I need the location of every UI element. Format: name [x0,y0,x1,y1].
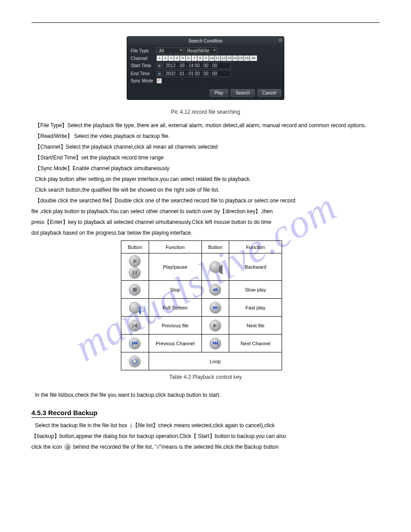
play-button[interactable]: Play [210,89,228,97]
file-type-label: File Type [131,48,157,53]
channel-box[interactable]: 10 [209,56,214,61]
play-icon[interactable] [129,255,141,267]
para-dbl4: dot playback based on the progress bar b… [31,229,380,237]
readwrite-select[interactable]: Read/Write [185,47,217,54]
channel-box[interactable]: 13 [227,56,232,61]
table-row: Previous Channel Next Channel [121,335,282,352]
cell-nextch: Next Channel [229,335,282,352]
sync-mode-checkbox[interactable] [157,78,162,83]
channel-box[interactable]: 12 [221,56,226,61]
calendar-icon[interactable] [157,71,162,77]
fullscreen-icon[interactable] [129,302,141,313]
cell-nextfile: Next file [229,317,282,335]
close-icon[interactable]: ⊠ [278,38,282,43]
cell-slow: Slow play [229,281,282,299]
para-backup3-a: click the icon [31,444,62,450]
prev-file-icon[interactable] [129,320,141,331]
next-file-icon[interactable] [210,320,221,331]
stop-icon[interactable] [129,284,141,296]
channel-box[interactable]: 15 [238,56,244,61]
calendar-icon[interactable] [157,63,162,69]
para-backup3-b: behind the recorded file of file list, "… [73,444,278,450]
top-rule [31,22,380,23]
cell-play-pause: Play/pause [149,253,201,281]
channel-box[interactable]: 2 [163,56,168,61]
channel-box[interactable]: 9 [203,56,209,61]
table-row: Previous file Next file [121,317,282,335]
start-time-label: Start Time [131,63,157,68]
playback-control-table: Button Function Button Function Play/pau… [121,240,282,370]
para-dbl1: 【double click the searched file】Double c… [35,197,380,205]
channel-box[interactable]: 16 [244,56,249,61]
channel-box[interactable]: 1 [157,56,162,61]
figure-caption: Pic 4.12 record file searching [31,109,380,115]
slow-play-icon[interactable] [210,284,221,296]
channel-label: Channel [131,56,157,61]
channel-box[interactable]: 4 [174,56,180,61]
page-content: Search Condition ⊠ File Type All Read/Wr… [0,0,411,476]
heading-underline [31,417,94,418]
channel-box[interactable]: 7 [192,56,197,61]
table-row: Stop Slow play [121,281,282,299]
play-icon[interactable] [64,444,71,450]
end-time-input[interactable]: 2032 - 01 - 01 00 : 00 : 00 [163,70,231,77]
para-play: Click play button after setting,on the p… [35,175,380,183]
table-caption: Table 4.2 Playback control key [31,374,380,380]
channel-box[interactable]: 14 [232,56,238,61]
dialog-buttons: Play Search Cancel [127,87,284,99]
search-button[interactable]: Search [231,89,255,97]
loop-icon[interactable] [129,356,141,367]
table-row: Loop [121,352,282,370]
table-row: Full Screen Fast play [121,299,282,317]
section-heading: 4.5.3 Record Backup [31,409,380,416]
dialog-body: File Type All Read/Write Channel 1 2 3 4… [127,45,284,87]
search-condition-dialog: Search Condition ⊠ File Type All Read/Wr… [127,36,284,100]
channel-box[interactable]: 6 [186,56,191,61]
para-dbl3: press【Enter】key to playback all selected… [31,218,380,226]
para-sync: 【Sync Mode】Enable channel playback simul… [35,164,380,172]
channel-box[interactable]: 3 [168,56,174,61]
pause-icon[interactable] [129,267,141,279]
channel-boxes: 1 2 3 4 5 6 7 8 9 10 11 12 13 14 [157,56,257,61]
channel-box[interactable]: 5 [180,56,185,61]
dialog-title-text: Search Condition [188,39,223,43]
para-rw: 【Read/Write】 Select the video playback o… [35,132,380,140]
para-file-type: 【File Type】Select the playback file type… [35,121,380,129]
cell-stop: Stop [149,281,201,299]
fast-play-icon[interactable] [210,302,221,313]
sync-mode-label: Sync Mode [131,78,157,83]
end-time-label: End Time [131,71,157,76]
start-time-input[interactable]: 2012 - 09 - 14 00 : 00 : 00 [163,62,231,69]
th-function2: Function [229,241,282,253]
cell-prevch: Previous Channel [149,335,201,352]
para-time: 【Start/End Time】set the playback record … [35,154,380,162]
channel-box[interactable]: 8 [197,56,203,61]
channel-box[interactable]: 11 [215,56,220,61]
th-function: Function [149,241,201,253]
cancel-button[interactable]: Cancel [257,89,281,97]
backward-icon[interactable] [210,261,221,273]
cell-prevfile: Previous file [149,317,201,335]
th-button2: Button [201,241,229,253]
cell-fast: Fast play [229,299,282,317]
para-backup2: 【backup】button,appear the dialog box for… [31,432,380,440]
file-type-select[interactable]: All [157,47,184,54]
cell-backward: Backward [229,253,282,281]
cell-loop: Loop [149,352,282,370]
para-backup-hint: In the file listbox,check the file you w… [35,391,380,399]
para-channel: 【Channel】Select the playback channel,cli… [35,143,380,151]
next-channel-icon[interactable] [210,338,221,349]
cell-full: Full Screen [149,299,201,317]
prev-channel-icon[interactable] [129,338,141,349]
channel-box-all[interactable]: All [250,56,257,61]
table-row: Play/pause Backward [121,253,282,281]
para-backup1: Select the backup file in the file list … [35,421,380,429]
para-dbl2: file ,click play button to playback.You … [31,207,380,215]
para-search: Click search button,the qualified file w… [35,186,380,194]
dialog-titlebar: Search Condition ⊠ [127,37,284,45]
para-backup3: click the icon behind the recorded file … [31,443,380,451]
th-button: Button [121,241,149,253]
dialog-figure: Search Condition ⊠ File Type All Read/Wr… [31,36,380,100]
